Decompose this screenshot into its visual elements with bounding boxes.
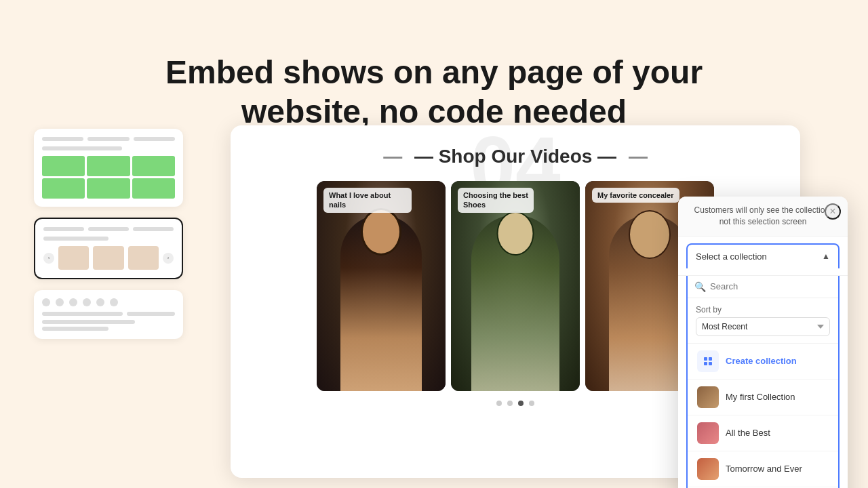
close-button[interactable]: × bbox=[825, 203, 841, 220]
create-collection-button[interactable]: Create collection bbox=[688, 343, 838, 379]
mockup-grid[interactable] bbox=[34, 129, 183, 207]
mockup-carousel-item bbox=[128, 246, 159, 270]
sort-label: Sort by bbox=[696, 305, 830, 314]
mockup-right-arrow: › bbox=[163, 253, 174, 264]
mockup-line bbox=[87, 137, 129, 141]
search-box[interactable]: 🔍 bbox=[688, 276, 838, 298]
collection-thumb-2 bbox=[697, 422, 719, 444]
mockup-line bbox=[42, 137, 83, 141]
carousel-dot-1[interactable] bbox=[496, 401, 502, 406]
chevron-up-icon: ▲ bbox=[822, 251, 830, 261]
collection-select[interactable]: Select a collection ▲ bbox=[686, 243, 840, 268]
mockup-carousel-item bbox=[58, 246, 89, 270]
heading-line1: Embed shows on any page of your bbox=[165, 54, 703, 90]
video-card-2[interactable]: Choosing the bestShoes bbox=[451, 181, 580, 391]
collection-dropdown-panel: Customers will only see the collection, … bbox=[678, 197, 848, 488]
search-icon: 🔍 bbox=[694, 281, 706, 292]
mockup-line bbox=[42, 312, 123, 316]
collection-name-3: Tomorrow and Ever bbox=[726, 464, 802, 474]
mockup-line bbox=[134, 137, 175, 141]
collection-item-3[interactable]: Tomorrow and Ever bbox=[688, 451, 838, 487]
sort-section: Sort by Most Recent Oldest Alphabetical bbox=[688, 298, 838, 343]
collection-name-2: All the Best bbox=[726, 428, 770, 438]
carousel-dot-3[interactable] bbox=[518, 401, 524, 406]
collection-thumb-1 bbox=[697, 386, 719, 408]
mockup-line bbox=[42, 327, 108, 331]
mockup-line bbox=[88, 227, 129, 231]
mockup-carousel[interactable]: ‹ › bbox=[34, 218, 183, 279]
mockup-carousel-row: ‹ › bbox=[43, 246, 174, 270]
collection-list: My first Collection All the Best Tomorro… bbox=[688, 379, 838, 488]
tooltip-text: Customers will only see the collection, … bbox=[694, 205, 832, 226]
collection-thumb-3 bbox=[697, 458, 719, 480]
heading-line2: website, no code needed bbox=[241, 94, 627, 129]
select-container: Select a collection ▲ bbox=[678, 237, 848, 276]
section-title-text: Shop Our Videos bbox=[439, 146, 593, 167]
mockup-line bbox=[42, 320, 135, 324]
mockup-grid-items bbox=[42, 156, 175, 199]
mockup-line bbox=[133, 227, 174, 231]
dropdown-inner: 🔍 Sort by Most Recent Oldest Alphabetica… bbox=[686, 276, 840, 488]
video-card-1[interactable]: What I love about nails bbox=[317, 181, 446, 391]
mockup-line bbox=[43, 237, 108, 241]
collection-item-1[interactable]: My first Collection bbox=[688, 379, 838, 415]
collection-name-1: My first Collection bbox=[726, 392, 795, 402]
create-collection-icon bbox=[697, 350, 719, 372]
mockup-dots-row bbox=[42, 298, 175, 306]
create-collection-label: Create collection bbox=[726, 356, 797, 366]
mockup-dots[interactable] bbox=[34, 290, 183, 339]
mockup-line bbox=[127, 312, 175, 316]
mockup-left-arrow: ‹ bbox=[43, 253, 54, 264]
mockup-line bbox=[42, 146, 122, 150]
carousel-dot-2[interactable] bbox=[507, 401, 513, 406]
video-label-2: Choosing the bestShoes bbox=[458, 188, 534, 213]
search-input[interactable] bbox=[710, 281, 831, 291]
mockup-carousel-item bbox=[93, 246, 123, 270]
mockup-line bbox=[43, 227, 84, 231]
video-label-3: My favorite concealer bbox=[592, 188, 679, 203]
carousel-dot-4[interactable] bbox=[529, 401, 534, 406]
sidebar-mockups: ‹ › bbox=[34, 129, 183, 339]
close-icon: × bbox=[829, 205, 835, 218]
select-placeholder: Select a collection bbox=[696, 251, 767, 262]
sort-select[interactable]: Most Recent Oldest Alphabetical bbox=[696, 317, 830, 336]
collection-item-2[interactable]: All the Best bbox=[688, 415, 838, 451]
video-label-1: What I love about nails bbox=[323, 188, 412, 213]
dropdown-tooltip: Customers will only see the collection, … bbox=[678, 197, 848, 237]
section-title: — Shop Our Videos — bbox=[231, 125, 800, 181]
